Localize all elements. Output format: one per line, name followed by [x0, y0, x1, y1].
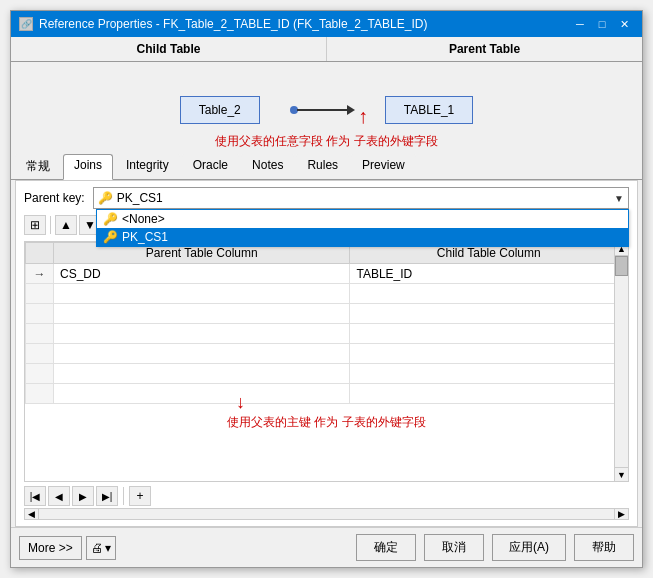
print-button[interactable]: 🖨 ▾ [86, 536, 116, 560]
child-col-cell[interactable] [350, 284, 628, 304]
vertical-scrollbar[interactable]: ▲ ▼ [614, 242, 628, 481]
minimize-button[interactable]: ─ [570, 15, 590, 33]
parent-col-cell[interactable] [54, 304, 350, 324]
parent-key-text: PK_CS1 [117, 191, 163, 205]
tab-notes[interactable]: Notes [241, 154, 294, 179]
more-button[interactable]: More >> [19, 536, 82, 560]
tabs-bar: 常规 Joins Integrity Oracle Notes Rules Pr… [11, 152, 642, 180]
nav-add-btn[interactable]: + [129, 486, 151, 506]
main-window: 🔗 Reference Properties - FK_Table_2_TABL… [10, 10, 643, 568]
parent-col-cell[interactable] [54, 284, 350, 304]
arrow-head [347, 105, 355, 115]
parent-key-select[interactable]: 🔑 PK_CS1 ▼ [93, 187, 629, 209]
toolbar-up-btn[interactable]: ▲ [55, 215, 77, 235]
table-row[interactable] [26, 364, 628, 384]
row-indicator [26, 304, 54, 324]
window-icon: 🔗 [19, 17, 33, 31]
parent-col-cell[interactable] [54, 384, 350, 404]
data-table-container: Parent Table Column Child Table Column →… [24, 241, 629, 482]
ok-button[interactable]: 确定 [356, 534, 416, 561]
nav-sep [123, 487, 124, 505]
footer-left: More >> 🖨 ▾ [19, 536, 116, 560]
row-indicator: → [26, 264, 54, 284]
parent-table-box: TABLE_1 [385, 96, 473, 124]
close-button[interactable]: ✕ [614, 15, 634, 33]
footer-right: 确定 取消 应用(A) 帮助 [356, 534, 634, 561]
key-icon: 🔑 [98, 191, 113, 205]
main-content: Parent key: 🔑 PK_CS1 ▼ 🔑 <None> 🔑 PK_CS1 [15, 180, 638, 527]
child-col-cell[interactable] [350, 364, 628, 384]
dropdown-item-pk[interactable]: 🔑 PK_CS1 [97, 228, 628, 246]
title-controls: ─ □ ✕ [570, 15, 634, 33]
chevron-down-icon: ▼ [614, 193, 624, 204]
child-table-header: Child Table [11, 37, 327, 61]
parent-key-value: 🔑 PK_CS1 [98, 191, 163, 205]
row-indicator [26, 364, 54, 384]
tab-rules[interactable]: Rules [296, 154, 349, 179]
print-icon: 🖨 [91, 541, 103, 555]
nav-prev-btn[interactable]: ◀ [48, 486, 70, 506]
nav-next-btn[interactable]: ▶ [72, 486, 94, 506]
cancel-button[interactable]: 取消 [424, 534, 484, 561]
diagram-inner: Table_2 TABLE_1 [180, 96, 474, 124]
window-title: Reference Properties - FK_Table_2_TABLE_… [39, 17, 427, 31]
column-headers: Child Table Parent Table [11, 37, 642, 62]
scroll-track [615, 256, 628, 467]
footer: More >> 🖨 ▾ 确定 取消 应用(A) 帮助 [11, 527, 642, 567]
nav-first-btn[interactable]: |◀ [24, 486, 46, 506]
annotation-top: 使用父表的任意字段 作为 子表的外键字段 [215, 133, 438, 150]
arrow-indicator-icon: → [34, 267, 46, 281]
table-row[interactable]: → CS_DD TABLE_ID [26, 264, 628, 284]
nav-toolbar: |◀ ◀ ▶ ▶| + [24, 486, 629, 506]
toolbar-grid-btn[interactable]: ⊞ [24, 215, 46, 235]
diagram-area: Table_2 TABLE_1 使用父表的任意字段 作为 子表的外键字段 ↑ [11, 62, 642, 152]
maximize-button[interactable]: □ [592, 15, 612, 33]
dropdown-item-none[interactable]: 🔑 <None> [97, 210, 628, 228]
parent-table-header: Parent Table [327, 37, 642, 61]
dropdown-popup: 🔑 <None> 🔑 PK_CS1 [96, 209, 629, 247]
table-row[interactable] [26, 304, 628, 324]
toolbar-sep1 [50, 216, 51, 234]
arrow-line [297, 109, 347, 111]
table-row[interactable] [26, 324, 628, 344]
parent-col-cell[interactable] [54, 364, 350, 384]
key-icon-pk: 🔑 [103, 230, 118, 244]
annotation-bottom: 使用父表的主键 作为 子表的外键字段 [227, 414, 426, 431]
nav-last-btn[interactable]: ▶| [96, 486, 118, 506]
table-row[interactable] [26, 284, 628, 304]
col-indicator-header [26, 243, 54, 264]
parent-col-cell[interactable]: CS_DD [54, 264, 350, 284]
tab-joins[interactable]: Joins [63, 154, 113, 180]
row-indicator [26, 284, 54, 304]
parent-col-cell[interactable] [54, 344, 350, 364]
tab-normal[interactable]: 常规 [15, 154, 61, 179]
dropdown-none-label: <None> [122, 212, 165, 226]
child-col-cell[interactable]: TABLE_ID [350, 264, 628, 284]
horizontal-scrollbar[interactable]: ◀ ▶ [24, 508, 629, 520]
row-indicator [26, 344, 54, 364]
scroll-thumb[interactable] [615, 256, 628, 276]
table-row[interactable] [26, 384, 628, 404]
tab-integrity[interactable]: Integrity [115, 154, 180, 179]
tab-oracle[interactable]: Oracle [182, 154, 239, 179]
hscroll-right-btn[interactable]: ▶ [614, 509, 628, 519]
tab-preview[interactable]: Preview [351, 154, 416, 179]
red-arrow-top-icon: ↑ [358, 105, 368, 128]
title-bar-left: 🔗 Reference Properties - FK_Table_2_TABL… [19, 17, 427, 31]
help-button[interactable]: 帮助 [574, 534, 634, 561]
apply-button[interactable]: 应用(A) [492, 534, 566, 561]
hscroll-left-btn[interactable]: ◀ [25, 509, 39, 519]
child-col-cell[interactable] [350, 384, 628, 404]
child-col-cell[interactable] [350, 324, 628, 344]
row-indicator [26, 324, 54, 344]
arrow-container [290, 105, 355, 115]
parent-key-row: Parent key: 🔑 PK_CS1 ▼ 🔑 <None> 🔑 PK_CS1 [24, 187, 629, 209]
child-table-box: Table_2 [180, 96, 260, 124]
parent-col-cell[interactable] [54, 324, 350, 344]
table-row[interactable] [26, 344, 628, 364]
hscroll-track [39, 509, 614, 519]
child-col-cell[interactable] [350, 304, 628, 324]
child-col-cell[interactable] [350, 344, 628, 364]
scroll-down-btn[interactable]: ▼ [615, 467, 628, 481]
dropdown-pk-label: PK_CS1 [122, 230, 168, 244]
